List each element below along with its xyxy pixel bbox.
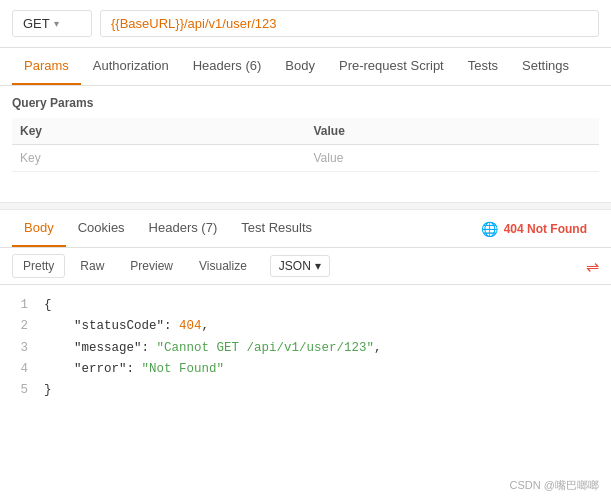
- params-table: Key Value Key Value: [12, 118, 599, 172]
- tab-tests[interactable]: Tests: [456, 48, 510, 85]
- code-content-1: {: [44, 295, 52, 316]
- tab-headers[interactable]: Headers (6): [181, 48, 274, 85]
- tab-body[interactable]: Body: [273, 48, 327, 85]
- format-bar: Pretty Raw Preview Visualize JSON ▾ ⇌: [0, 248, 611, 285]
- col-header-value: Value: [306, 118, 600, 145]
- response-section: Body Cookies Headers (7) Test Results 🌐 …: [0, 210, 611, 411]
- url-input[interactable]: [100, 10, 599, 37]
- line-num-2: 2: [12, 316, 28, 337]
- method-select[interactable]: GET ▾: [12, 10, 92, 37]
- param-key-placeholder[interactable]: Key: [12, 145, 306, 172]
- tab-cookies[interactable]: Cookies: [66, 210, 137, 247]
- code-line-3: 3 "message": "Cannot GET /api/v1/user/12…: [12, 338, 599, 359]
- col-header-key: Key: [12, 118, 306, 145]
- fmt-tab-preview[interactable]: Preview: [119, 254, 184, 278]
- request-tabs: Params Authorization Headers (6) Body Pr…: [0, 48, 611, 86]
- chevron-down-icon: ▾: [54, 18, 59, 29]
- query-params-section: Query Params Key Value Key Value: [0, 86, 611, 182]
- table-row: Key Value: [12, 145, 599, 172]
- json-format-select[interactable]: JSON ▾: [270, 255, 330, 277]
- tab-params[interactable]: Params: [12, 48, 81, 85]
- query-params-title: Query Params: [12, 96, 599, 110]
- globe-icon: 🌐: [481, 221, 498, 237]
- fmt-tab-raw[interactable]: Raw: [69, 254, 115, 278]
- code-line-1: 1 {: [12, 295, 599, 316]
- method-label: GET: [23, 16, 50, 31]
- code-line-2: 2 "statusCode": 404,: [12, 316, 599, 337]
- tab-pre-request[interactable]: Pre-request Script: [327, 48, 456, 85]
- url-bar: GET ▾: [0, 0, 611, 48]
- tab-response-headers[interactable]: Headers (7): [137, 210, 230, 247]
- code-content-5: }: [44, 380, 52, 401]
- tab-response-body[interactable]: Body: [12, 210, 66, 247]
- line-num-3: 3: [12, 338, 28, 359]
- section-divider: [0, 202, 611, 210]
- fmt-tab-pretty[interactable]: Pretty: [12, 254, 65, 278]
- code-content-4: "error": "Not Found": [44, 359, 224, 380]
- code-content-3: "message": "Cannot GET /api/v1/user/123"…: [44, 338, 382, 359]
- tab-test-results[interactable]: Test Results: [229, 210, 324, 247]
- code-area: 1 { 2 "statusCode": 404, 3 "message": "C…: [0, 285, 611, 411]
- tab-authorization[interactable]: Authorization: [81, 48, 181, 85]
- code-line-5: 5 }: [12, 380, 599, 401]
- wrap-lines-icon[interactable]: ⇌: [586, 257, 599, 276]
- response-tabs-bar: Body Cookies Headers (7) Test Results 🌐 …: [0, 210, 611, 248]
- line-num-4: 4: [12, 359, 28, 380]
- status-text: 404 Not Found: [504, 222, 587, 236]
- code-line-4: 4 "error": "Not Found": [12, 359, 599, 380]
- tab-settings[interactable]: Settings: [510, 48, 581, 85]
- json-label: JSON: [279, 259, 311, 273]
- response-tab-group: Body Cookies Headers (7) Test Results: [12, 210, 481, 247]
- code-content-2: "statusCode": 404,: [44, 316, 209, 337]
- status-badge: 🌐 404 Not Found: [481, 221, 599, 237]
- line-num-5: 5: [12, 380, 28, 401]
- fmt-tab-visualize[interactable]: Visualize: [188, 254, 258, 278]
- line-num-1: 1: [12, 295, 28, 316]
- param-value-placeholder[interactable]: Value: [306, 145, 600, 172]
- chevron-down-icon: ▾: [315, 259, 321, 273]
